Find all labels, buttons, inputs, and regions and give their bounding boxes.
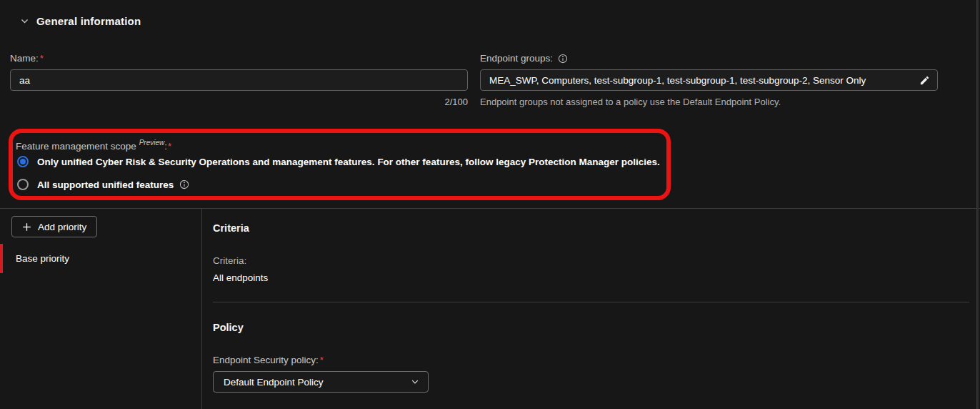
endpoint-groups-helper: Endpoint groups not assigned to a policy… [480,97,781,107]
criteria-heading: Criteria [213,222,249,234]
char-counter: 2/100 [10,97,468,107]
name-label: Name:* [10,53,44,64]
edit-pencil-icon[interactable] [919,75,930,86]
endpoint-groups-field[interactable]: MEA_SWP, Computers, test-subgroup-1, tes… [480,69,938,91]
vertical-divider [201,209,202,409]
preview-tag: Preview [139,139,165,147]
endpoint-groups-value: MEA_SWP, Computers, test-subgroup-1, tes… [489,75,912,86]
radio-option-label: All supported unified features [37,179,189,190]
criteria-label: Criteria: [213,255,246,266]
chevron-down-icon [20,16,29,26]
endpoint-security-policy-label: Endpoint Security policy:* [213,355,324,365]
plus-icon [22,222,31,232]
horizontal-divider [0,208,980,209]
add-priority-button[interactable]: Add priority [11,216,97,237]
criteria-value: All endpoints [213,272,268,283]
general-information-header[interactable]: General information [20,15,141,27]
add-priority-label: Add priority [38,222,86,232]
info-icon[interactable] [179,179,189,189]
radio-selected-icon[interactable] [17,156,29,167]
section-title: General information [36,15,141,27]
name-input[interactable] [10,69,468,91]
scrollbar-track[interactable] [976,0,979,409]
endpoint-groups-label: Endpoint groups: [480,53,568,64]
section-divider [213,302,969,302]
radio-option-label: Only unified Cyber Risk & Security Opera… [37,157,660,167]
endpoint-security-policy-dropdown[interactable]: Default Endpoint Policy [213,371,429,393]
radio-option-all-supported[interactable]: All supported unified features [17,179,189,190]
feature-scope-label: Feature management scope Preview:* [16,139,171,152]
policy-heading: Policy [213,322,244,333]
required-asterisk: * [40,53,44,64]
required-asterisk: * [320,355,324,365]
dropdown-selected-value: Default Endpoint Policy [224,377,324,388]
priority-item-label: Base priority [16,253,69,264]
priority-item-base[interactable]: Base priority [0,244,201,273]
info-icon[interactable] [558,54,568,64]
radio-option-unified-cyber-risk[interactable]: Only unified Cyber Risk & Security Opera… [17,156,660,167]
required-asterisk: * [168,141,171,152]
radio-unselected-icon[interactable] [17,179,29,190]
chevron-down-icon [411,378,419,386]
